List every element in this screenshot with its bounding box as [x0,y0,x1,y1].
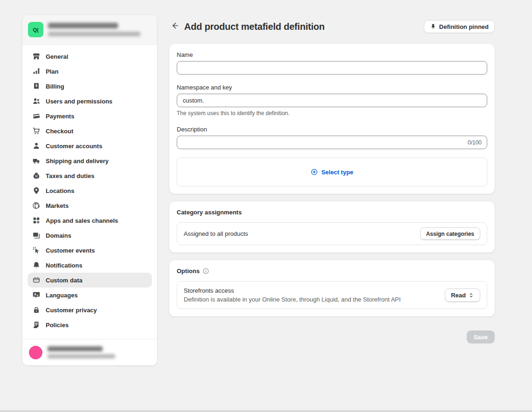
sidebar-item-users-and-permissions[interactable]: Users and permissions [28,94,152,109]
custom-data-icon [32,276,41,284]
store-name-redacted [48,23,118,28]
back-button[interactable] [169,21,180,32]
truck-icon [32,157,41,165]
description-label: Description [177,126,487,133]
storefronts-access-description: Definition is available in your Online S… [184,296,401,303]
users-icon [32,97,41,105]
sidebar-item-label: Customer privacy [46,307,97,314]
sidebar-item-custom-data[interactable]: Custom data [28,273,152,288]
globe-icon: $ [32,201,41,210]
select-type-box: Select type [177,158,487,186]
svg-text:$: $ [38,204,40,208]
save-row: Save [169,330,495,343]
taxes-bag-icon [32,172,41,180]
user-account-row[interactable] [22,339,157,365]
sidebar-item-label: Locations [46,187,74,194]
store-icon [32,52,41,61]
sidebar-item-apps-and-sales-channels[interactable]: Apps and sales channels [28,213,152,228]
select-type-label: Select type [321,169,353,176]
settings-nav: General Plan $ Billing Users and permiss… [22,45,157,336]
apps-grid-icon [32,216,41,225]
sidebar-item-label: Notifications [46,262,83,269]
name-input[interactable] [177,61,487,75]
bell-icon [32,261,41,269]
sidebar-item-label: Payments [46,113,74,120]
store-header[interactable]: Q( [22,15,157,45]
namespace-field-group: Namespace and key The system uses this t… [177,84,487,117]
store-domain-redacted [48,32,140,36]
user-avatar [29,346,42,359]
sidebar-item-customer-accounts[interactable]: Customer accounts [28,138,152,153]
sidebar-item-label: Taxes and duties [46,172,95,179]
store-avatar: Q( [28,22,43,37]
sidebar-item-domains[interactable]: Domains [28,228,152,243]
sidebar-item-customer-events[interactable]: Customer events [28,243,152,258]
info-icon[interactable] [202,268,209,275]
user-email-redacted [48,354,115,358]
select-type-button[interactable]: Select type [311,168,353,176]
category-assignments-row: Assigned to all products Assign categori… [177,222,487,245]
sidebar-item-label: Plan [46,68,58,75]
sidebar-item-payments[interactable]: Payments [28,109,152,124]
translate-icon: Aa [32,291,41,299]
location-pin-icon [32,186,41,195]
plan-chart-icon [32,67,41,76]
sidebar-item-label: Policies [46,322,69,329]
payments-card-icon [32,112,41,120]
definition-pinned-label: Definition pinned [439,23,489,30]
access-select-value: Read [451,292,466,299]
sidebar-item-languages[interactable]: Aa Languages [28,288,152,302]
pin-icon [430,23,436,30]
description-field-group: Description 0/100 [177,126,487,149]
cursor-click-icon [32,246,41,254]
page-title: Add product metafield definition [184,21,325,32]
storefronts-access-row: Storefronts access Definition is availab… [177,281,487,309]
category-assignments-card: Category assignments Assigned to all pro… [169,201,495,253]
sidebar-item-plan[interactable]: Plan [28,64,152,79]
billing-icon: $ [32,82,41,90]
storefronts-access-title: Storefronts access [184,287,401,294]
sidebar-item-label: Customer accounts [46,143,102,150]
sidebar-item-label: General [46,53,68,60]
definition-pinned-button[interactable]: Definition pinned [424,20,495,33]
save-button[interactable]: Save [467,330,495,343]
sidebar-item-general[interactable]: General [28,49,152,64]
assign-categories-button[interactable]: Assign categories [420,227,480,240]
sidebar-item-markets[interactable]: $ Markets [28,198,152,213]
user-meta [48,346,115,358]
domains-icon [32,231,41,240]
sidebar-item-policies[interactable]: Policies [28,317,152,332]
svg-text:A: A [34,293,36,296]
page-header: Add product metafield definition Definit… [169,20,495,34]
sidebar-item-label: Custom data [46,277,83,284]
description-input[interactable] [177,136,487,149]
sidebar-item-customer-privacy[interactable]: Customer privacy [28,302,152,317]
store-meta [48,23,140,36]
arrow-left-icon [170,21,180,32]
lock-icon [32,306,41,314]
options-title: Options [177,268,200,275]
access-level-select[interactable]: Read [445,288,480,302]
sidebar-item-checkout[interactable]: Checkout [28,124,152,138]
sidebar-item-label: Domains [46,232,71,239]
sidebar-item-billing[interactable]: $ Billing [28,79,152,94]
sidebar-item-notifications[interactable]: Notifications [28,258,152,273]
namespace-helper-text: The system uses this to identify the def… [177,110,487,117]
user-name-redacted [48,346,103,351]
settings-sidebar: Q( General Plan $ Billing Users and perm… [22,15,157,365]
sidebar-item-label: Users and permissions [46,98,112,105]
checkout-cart-icon [32,127,41,135]
sidebar-item-label: Customer events [46,247,95,254]
namespace-input[interactable] [177,94,487,107]
sidebar-item-shipping-and-delivery[interactable]: Shipping and delivery [28,153,152,168]
policies-icon [32,321,41,329]
plus-circle-icon [311,168,318,176]
category-assignments-title: Category assignments [177,209,487,216]
svg-text:$: $ [35,83,38,88]
sidebar-item-label: Checkout [46,128,73,135]
namespace-label: Namespace and key [177,84,487,91]
sidebar-item-locations[interactable]: Locations [28,183,152,198]
chevrons-up-down-icon [468,292,474,298]
sidebar-item-taxes-and-duties[interactable]: Taxes and duties [28,168,152,183]
screen-bottom-edge [0,410,532,412]
